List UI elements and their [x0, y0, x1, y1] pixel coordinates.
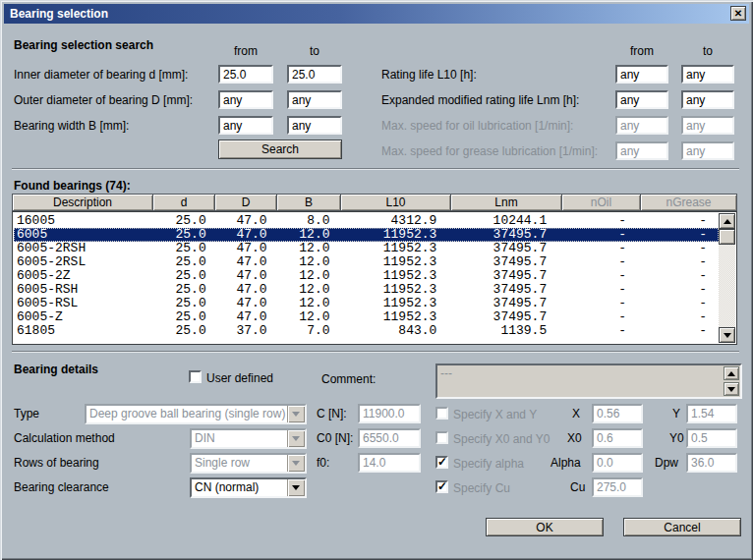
- table-row[interactable]: 6005-2Z25.047.012.011952.337495.7--: [14, 269, 719, 283]
- outer-diameter-from-input[interactable]: [218, 90, 273, 109]
- table-cell: -: [556, 269, 634, 283]
- dropdown-arrow-button: [287, 430, 305, 447]
- rating-life-from-input[interactable]: [615, 65, 668, 84]
- table-cell: -: [556, 255, 634, 269]
- found-bearings-heading: Found bearings (74):: [14, 179, 131, 193]
- expanded-life-from-input[interactable]: [615, 90, 668, 109]
- dpw-input: [686, 453, 737, 473]
- scrollbar-thumb[interactable]: [719, 229, 735, 245]
- bearing-width-to-input[interactable]: [287, 116, 342, 135]
- column-header-nGrease[interactable]: nGrease: [641, 195, 736, 210]
- outer-diameter-to-input[interactable]: [287, 90, 342, 109]
- table-cell: 25.0: [153, 283, 214, 297]
- x0-label: X0: [567, 431, 582, 445]
- table-row[interactable]: 6180525.037.07.0843.01139.5--: [14, 324, 719, 338]
- table-cell: 37495.7: [446, 297, 556, 310]
- title-bar[interactable]: Bearing selection ✕: [4, 4, 749, 24]
- specify-xy-checkbox: [435, 407, 448, 420]
- cu-label: Cu: [570, 480, 585, 494]
- check-icon: ✓: [437, 479, 447, 493]
- x-label: X: [572, 407, 580, 420]
- table-cell: 11952.3: [338, 242, 447, 255]
- grease-speed-to-input: [681, 141, 734, 160]
- table-cell: 37.0: [214, 324, 275, 338]
- table-cell: 12.0: [275, 242, 338, 255]
- table-cell: 11952.3: [338, 255, 447, 269]
- table-cell: 6005-RSH: [14, 283, 153, 297]
- table-row[interactable]: 6005-RSL25.047.012.011952.337495.7--: [14, 297, 719, 310]
- specify-cu-label: Specify Cu: [453, 481, 510, 495]
- to-column-label-right: to: [681, 44, 734, 58]
- dropdown-arrow-button[interactable]: [287, 479, 305, 496]
- comment-scroll-up-button[interactable]: [724, 366, 739, 380]
- search-button[interactable]: Search: [218, 140, 342, 159]
- inner-diameter-to-input[interactable]: [287, 65, 342, 84]
- table-row[interactable]: 600525.047.012.011952.337495.7--: [14, 228, 719, 242]
- rows-of-bearing-label: Rows of bearing: [14, 456, 99, 470]
- chevron-down-icon: [292, 436, 300, 441]
- arrow-up-icon: [724, 219, 731, 224]
- results-scrollbar[interactable]: [719, 213, 735, 343]
- divider-results-details: [12, 351, 739, 353]
- table-cell: 11952.3: [338, 297, 447, 310]
- inner-diameter-from-input[interactable]: [218, 65, 273, 84]
- specify-x0y0-label: Specify X0 and Y0: [453, 432, 550, 446]
- column-header-D[interactable]: D: [215, 195, 276, 210]
- close-button[interactable]: ✕: [730, 6, 746, 21]
- cancel-button[interactable]: Cancel: [623, 518, 741, 536]
- user-defined-checkbox[interactable]: [189, 370, 202, 383]
- chevron-down-icon: [292, 412, 300, 417]
- table-row[interactable]: 1600525.047.08.04312.910244.1--: [14, 214, 719, 228]
- table-row[interactable]: 6005-2RSH25.047.012.011952.337495.7--: [14, 242, 719, 255]
- table-cell: -: [634, 310, 719, 324]
- column-header-B[interactable]: B: [277, 195, 340, 210]
- comment-scroll-down-button[interactable]: [724, 382, 739, 396]
- arrow-down-icon: [724, 333, 731, 338]
- table-cell: 6005-Z: [14, 310, 153, 324]
- results-list[interactable]: 1600525.047.08.04312.910244.1--600525.04…: [12, 211, 737, 345]
- table-cell: -: [634, 283, 719, 297]
- column-header-Lnm[interactable]: Lnm: [451, 195, 561, 210]
- table-cell: 12.0: [275, 269, 338, 283]
- ok-button[interactable]: OK: [486, 518, 604, 536]
- y-input: [686, 404, 737, 423]
- calculation-method-value: DIN: [195, 431, 215, 446]
- scroll-down-button[interactable]: [719, 327, 735, 343]
- column-header-L10[interactable]: L10: [341, 195, 450, 210]
- table-row[interactable]: 6005-RSH25.047.012.011952.337495.7--: [14, 283, 719, 297]
- type-dropdown: Deep groove ball bearing (single row): [85, 404, 307, 424]
- table-cell: 25.0: [153, 324, 214, 338]
- table-cell: 61805: [14, 324, 153, 338]
- column-header-d[interactable]: d: [153, 195, 214, 210]
- table-cell: 25.0: [153, 255, 214, 269]
- specify-alpha-checkbox[interactable]: ✓: [435, 456, 448, 469]
- specify-cu-checkbox[interactable]: ✓: [435, 480, 448, 493]
- from-column-label-right: from: [615, 44, 668, 58]
- table-cell: 6005-2RSL: [14, 255, 153, 269]
- table-cell: 8.0: [275, 214, 338, 228]
- bearing-clearance-dropdown[interactable]: CN (normal): [190, 477, 307, 498]
- column-header-nOil[interactable]: nOil: [562, 195, 640, 210]
- column-header-Description[interactable]: Description: [13, 195, 152, 210]
- scroll-up-button[interactable]: [719, 213, 735, 229]
- table-cell: 47.0: [214, 242, 275, 255]
- y0-label: Y0: [669, 431, 684, 445]
- oil-speed-from-input: [615, 116, 668, 135]
- chevron-down-icon: [292, 485, 300, 490]
- divider-search-results: [12, 168, 739, 170]
- table-row[interactable]: 6005-Z25.047.012.011952.337495.7--: [14, 310, 719, 324]
- table-cell: -: [556, 324, 634, 338]
- expanded-life-to-input[interactable]: [681, 90, 734, 109]
- table-cell: -: [634, 242, 719, 255]
- f0-input: [358, 453, 421, 473]
- table-cell: 25.0: [153, 310, 214, 324]
- x0-input: [592, 428, 643, 448]
- table-row[interactable]: 6005-2RSL25.047.012.011952.337495.7--: [14, 255, 719, 269]
- bearing-width-from-input[interactable]: [218, 116, 273, 135]
- table-cell: -: [556, 214, 634, 228]
- rating-life-to-input[interactable]: [681, 65, 734, 84]
- x-input: [592, 404, 643, 423]
- c-input: [358, 404, 421, 423]
- table-cell: 1139.5: [446, 324, 556, 338]
- specify-alpha-label: Specify alpha: [453, 457, 524, 471]
